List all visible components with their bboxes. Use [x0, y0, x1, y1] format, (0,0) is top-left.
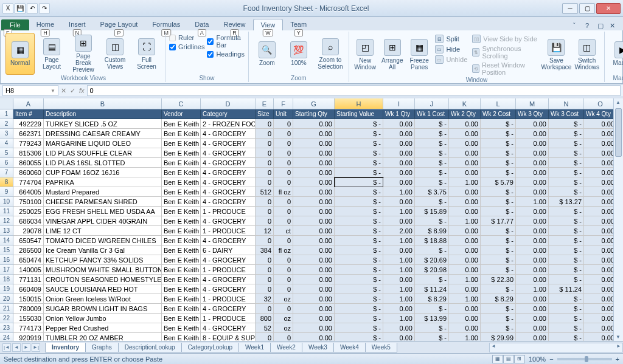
cell[interactable]: 0.00: [449, 265, 481, 275]
page-layout-button[interactable]: ▤Page Layout: [37, 33, 66, 75]
zoom-selection-button[interactable]: ⌕Zoom to Selection: [316, 33, 345, 75]
row-header[interactable]: 12: [0, 216, 13, 226]
cell[interactable]: Ben E Keith: [162, 177, 201, 187]
cell[interactable]: $ -: [549, 236, 584, 246]
row-header[interactable]: 2: [0, 119, 13, 129]
cell[interactable]: $ -: [335, 236, 383, 246]
enter-icon[interactable]: ✓: [70, 87, 75, 95]
cell[interactable]: 0: [256, 119, 274, 129]
cell[interactable]: 0.00: [584, 187, 617, 197]
cell[interactable]: 1.00: [383, 187, 415, 197]
cell[interactable]: 4 - GROCERY: [201, 129, 256, 139]
cell[interactable]: 0.00: [449, 314, 481, 323]
cell[interactable]: $ -: [549, 246, 584, 255]
cell[interactable]: 0.00: [293, 216, 335, 226]
cell[interactable]: 0.00: [516, 236, 549, 246]
horizontal-scrollbar[interactable]: [489, 343, 623, 352]
cell[interactable]: $ -: [481, 323, 516, 333]
cell[interactable]: 1.00: [383, 265, 415, 275]
undo-icon[interactable]: ↶: [27, 3, 38, 14]
hide-button[interactable]: ▭Hide: [434, 44, 468, 54]
cell[interactable]: $ -: [335, 323, 383, 333]
cell[interactable]: $ -: [415, 119, 449, 129]
cell[interactable]: $ -: [335, 207, 383, 216]
cell[interactable]: 0.00: [449, 236, 481, 246]
ribbon-tab-data[interactable]: DataA: [187, 19, 216, 30]
cell[interactable]: 0.00: [516, 148, 549, 158]
table-header[interactable]: Size: [256, 109, 274, 119]
cell[interactable]: $ -: [415, 275, 449, 284]
cell[interactable]: $ -: [335, 129, 383, 139]
cell[interactable]: 0.00: [383, 246, 415, 255]
cell[interactable]: $ -: [415, 246, 449, 255]
cell[interactable]: Ben E Keith: [162, 323, 201, 333]
cell[interactable]: Ben E Keith: [162, 158, 201, 168]
cell[interactable]: 0: [274, 265, 293, 275]
sheet-tab-week5[interactable]: Week5: [365, 343, 397, 352]
cell[interactable]: 140005: [13, 265, 44, 275]
cell[interactable]: 0.00: [293, 284, 335, 294]
cell[interactable]: $ -: [549, 139, 584, 148]
minimize-button[interactable]: ─: [562, 3, 578, 14]
cell[interactable]: 0.00: [516, 207, 549, 216]
cell[interactable]: 0.00: [584, 304, 617, 314]
cell[interactable]: $ -: [549, 265, 584, 275]
table-header[interactable]: Wk 2 Cost: [481, 109, 516, 119]
cell[interactable]: 4 - GROCERY: [201, 158, 256, 168]
cell[interactable]: 774704: [13, 177, 44, 187]
cell[interactable]: 0.00: [584, 333, 617, 341]
cancel-icon[interactable]: ✕: [61, 87, 66, 95]
help-icon[interactable]: ?: [585, 22, 594, 30]
cell[interactable]: 0: [274, 333, 293, 341]
cell[interactable]: Ben E Keith: [162, 333, 201, 341]
sheet-tab-inventory[interactable]: Inventory: [45, 343, 86, 352]
cell[interactable]: $ -: [415, 129, 449, 139]
cell[interactable]: 0.00: [449, 284, 481, 294]
cell[interactable]: 0.00: [293, 187, 335, 197]
cell[interactable]: 1.00: [383, 255, 415, 265]
cell[interactable]: Ben E Keith: [162, 226, 201, 236]
col-header[interactable]: M: [516, 98, 549, 109]
cell[interactable]: $ -: [415, 168, 449, 177]
cell[interactable]: $ -: [335, 139, 383, 148]
next-sheet-icon[interactable]: ►: [22, 343, 30, 352]
file-tab[interactable]: FileF: [1, 19, 29, 30]
cell[interactable]: $ -: [549, 119, 584, 129]
cell[interactable]: 4 - GROCERY: [201, 284, 256, 294]
cell[interactable]: $ -: [415, 139, 449, 148]
excel-icon[interactable]: X: [2, 3, 13, 14]
cell[interactable]: 860055: [13, 158, 44, 168]
row-header[interactable]: 20: [0, 294, 13, 304]
cell[interactable]: $ -: [415, 216, 449, 226]
cell[interactable]: $ -: [335, 284, 383, 294]
first-sheet-icon[interactable]: |◄: [2, 343, 11, 352]
cell[interactable]: 0.00: [516, 187, 549, 197]
cell[interactable]: 52: [256, 323, 274, 333]
cell[interactable]: 0: [256, 177, 274, 187]
cell[interactable]: 0.00: [383, 139, 415, 148]
cell[interactable]: 0.00: [293, 246, 335, 255]
cell[interactable]: $ -: [481, 246, 516, 255]
col-header[interactable]: J: [415, 98, 449, 109]
cell[interactable]: 815306: [13, 148, 44, 158]
cell[interactable]: 0.00: [293, 148, 335, 158]
full-screen-button[interactable]: ⛶Full Screen: [132, 33, 161, 75]
cell[interactable]: 0: [274, 236, 293, 246]
cell[interactable]: $ -: [549, 323, 584, 333]
row-header[interactable]: 14: [0, 236, 13, 246]
cell[interactable]: 0: [256, 333, 274, 341]
cell[interactable]: $ -: [481, 265, 516, 275]
cell[interactable]: $ -: [481, 207, 516, 216]
ribbon-tab-review[interactable]: ReviewR: [216, 19, 252, 30]
cell[interactable]: $ -: [481, 168, 516, 177]
cell[interactable]: 0: [256, 265, 274, 275]
cell[interactable]: $ -: [335, 119, 383, 129]
col-header[interactable]: C: [162, 98, 201, 109]
window-close-icon[interactable]: ✕: [610, 22, 618, 30]
cell[interactable]: 0.00: [383, 129, 415, 139]
cell[interactable]: 4 - GROCERY: [201, 304, 256, 314]
cell[interactable]: 1.00: [516, 284, 549, 294]
row-header[interactable]: 13: [0, 226, 13, 236]
cell[interactable]: 0.00: [293, 119, 335, 129]
cell[interactable]: $ 20.98: [415, 265, 449, 275]
